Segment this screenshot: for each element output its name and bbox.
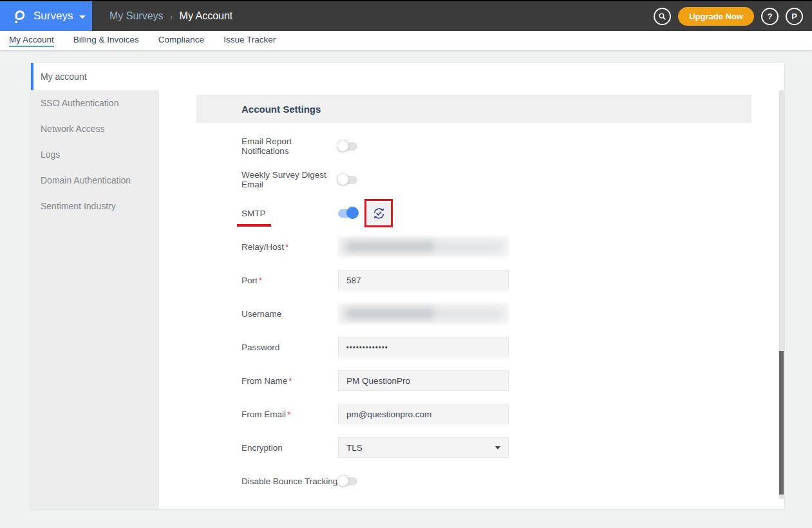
tab-billing-invoices[interactable]: Billing & Invoices (73, 35, 139, 47)
disable-bounce-tracking-label: Disable Bounce Tracking (196, 476, 338, 486)
toggle-knob (346, 207, 359, 219)
settings-form: Email Report Notifications Weekly Survey… (196, 129, 751, 498)
smtp-verify-button[interactable] (367, 202, 390, 225)
from-email-row: From Email* (196, 397, 751, 431)
weekly-survey-digest-toggle[interactable] (338, 176, 357, 184)
tab-compliance[interactable]: Compliance (158, 35, 204, 47)
password-row: Password (196, 330, 751, 364)
settings-main: Account Settings Email Report Notificati… (159, 63, 784, 509)
toggle-knob (337, 140, 349, 152)
settings-sidebar: My account SSO Authentication Network Ac… (31, 63, 159, 509)
encryption-label: Encryption (196, 443, 338, 453)
weekly-survey-digest-row: Weekly Survey Digest Email (196, 163, 751, 196)
account-nav-tabs: My Account Billing & Invoices Compliance… (0, 31, 812, 50)
disable-bounce-tracking-toggle[interactable] (338, 477, 357, 486)
chevron-down-icon (79, 15, 86, 19)
email-report-notifications-toggle[interactable] (338, 142, 357, 151)
breadcrumb-current: My Account (180, 10, 233, 22)
email-report-notifications-row: Email Report Notifications (196, 129, 751, 163)
password-label: Password (196, 343, 338, 352)
disable-bounce-tracking-row: Disable Bounce Tracking (196, 464, 751, 498)
sidebar-item-sso-authentication[interactable]: SSO Authentication (31, 90, 159, 116)
relay-host-label: Relay/Host* (196, 242, 338, 252)
password-input[interactable] (338, 337, 509, 357)
redaction-blur (344, 241, 437, 252)
redaction-blur (435, 309, 503, 319)
smtp-sync-red-frame-annotation (364, 199, 393, 227)
app-header: Surveys My Surveys › My Account Upgrade … (0, 1, 812, 31)
tab-issue-tracker[interactable]: Issue Tracker (223, 35, 276, 47)
email-report-notifications-label: Email Report Notifications (196, 137, 338, 156)
required-marker: * (288, 376, 292, 386)
username-label: Username (196, 309, 338, 319)
relay-host-input[interactable] (338, 236, 509, 257)
panel-title: Account Settings (241, 104, 321, 115)
sync-check-icon (372, 206, 386, 221)
required-marker: * (287, 410, 290, 419)
panel-header: Account Settings (196, 95, 751, 123)
redaction-blur (344, 308, 437, 319)
redaction-blur (435, 242, 503, 252)
sidebar-item-sentiment-industry[interactable]: Sentiment Industry (31, 193, 159, 219)
toggle-knob (337, 173, 349, 185)
required-marker: * (259, 276, 262, 285)
breadcrumb-separator-icon: › (170, 11, 173, 22)
chevron-down-icon (495, 446, 500, 449)
from-email-input[interactable] (338, 404, 509, 424)
toggle-knob (337, 475, 349, 487)
sidebar-item-logs[interactable]: Logs (31, 142, 159, 167)
search-button[interactable] (654, 8, 671, 25)
card-scrollbar-thumb[interactable] (779, 351, 784, 495)
username-input[interactable] (338, 303, 509, 324)
settings-card: My account SSO Authentication Network Ac… (31, 63, 784, 509)
sidebar-item-my-account[interactable]: My account (31, 63, 159, 90)
required-marker: * (285, 242, 288, 252)
encryption-selected-value: TLS (346, 443, 363, 453)
smtp-label: SMTP (196, 209, 338, 218)
username-row: Username (196, 297, 751, 330)
avatar[interactable]: P (786, 8, 803, 25)
search-icon (657, 12, 667, 21)
port-row: Port* (196, 263, 751, 297)
port-input[interactable] (338, 270, 509, 290)
smtp-red-underline-annotation (237, 224, 271, 227)
header-actions: Upgrade Now ? P (654, 1, 812, 31)
help-button[interactable]: ? (761, 8, 779, 25)
sidebar-item-domain-authentication[interactable]: Domain Authentication (31, 167, 159, 193)
from-name-row: From Name* (196, 364, 751, 397)
breadcrumb: My Surveys › My Account (109, 1, 654, 31)
product-menu[interactable]: Surveys (0, 1, 92, 31)
product-label: Surveys (33, 10, 73, 23)
from-name-label: From Name* (196, 376, 338, 386)
relay-host-row: Relay/Host* (196, 230, 751, 263)
smtp-toggle[interactable] (338, 209, 357, 218)
from-email-label: From Email* (196, 410, 338, 419)
encryption-select[interactable]: TLS (338, 437, 509, 458)
from-name-input[interactable] (338, 370, 509, 391)
sidebar-item-network-access[interactable]: Network Access (31, 116, 159, 142)
smtp-row: SMTP (196, 196, 751, 230)
encryption-row: Encryption TLS (196, 431, 751, 464)
questionpro-logo-icon (12, 8, 27, 24)
breadcrumb-parent[interactable]: My Surveys (109, 10, 164, 22)
port-label: Port* (196, 276, 338, 285)
tab-my-account[interactable]: My Account (9, 35, 54, 47)
card-scrollbar-track[interactable] (779, 90, 784, 499)
weekly-survey-digest-label: Weekly Survey Digest Email (196, 170, 338, 189)
upgrade-now-button[interactable]: Upgrade Now (678, 7, 754, 26)
